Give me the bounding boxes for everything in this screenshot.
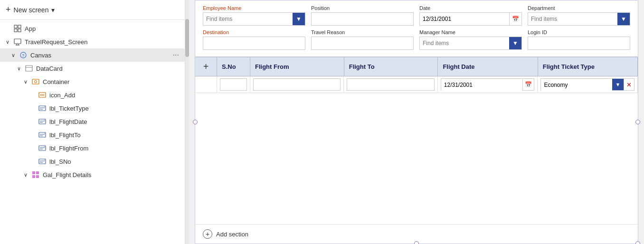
- form-row-2: Destination Travel Reason Manager Name: [203, 29, 630, 50]
- position-label: Position: [311, 5, 414, 11]
- employee-name-input-wrapper[interactable]: ▼: [203, 12, 305, 26]
- lbl-flightto-icon: [38, 131, 47, 139]
- tree-item-lbl-flightdate[interactable]: lbl_FlightDate: [0, 115, 185, 128]
- new-screen-button[interactable]: + New screen ▾: [6, 5, 55, 15]
- table-row: 📅 ▼ ✕: [195, 76, 638, 93]
- travel-reason-input-wrapper[interactable]: [311, 37, 414, 50]
- tree-item-lbl-sno[interactable]: lbl_SNo: [0, 155, 185, 168]
- employee-dropdown-button[interactable]: ▼: [293, 13, 305, 25]
- canvas-frame: Employee Name ▼ Position Date: [195, 0, 638, 244]
- travel-reason-input[interactable]: [312, 37, 413, 49]
- tree-item-container[interactable]: ∨ Container: [0, 75, 185, 88]
- chevron-down-icon: ∨: [24, 79, 30, 85]
- td-sno[interactable]: [217, 76, 250, 93]
- icon-add-icon: [38, 91, 47, 99]
- department-input-wrapper[interactable]: ▼: [528, 12, 630, 26]
- department-input[interactable]: [528, 13, 617, 25]
- td-date-wrapper[interactable]: 📅: [441, 78, 535, 91]
- manager-name-input[interactable]: [420, 37, 509, 49]
- travel-reason-group: Travel Reason: [311, 29, 414, 50]
- date-input-wrapper[interactable]: 📅: [419, 12, 522, 26]
- chevron-down-icon: ∨: [24, 172, 30, 178]
- new-screen-label: New screen: [14, 6, 49, 14]
- tree-item-app[interactable]: App: [0, 22, 185, 35]
- add-section-label: Add section: [216, 231, 248, 238]
- scrollbar-thumb[interactable]: [185, 19, 189, 57]
- date-calendar-button[interactable]: 📅: [509, 13, 521, 25]
- svg-rect-4: [14, 39, 21, 44]
- td-ticket-input[interactable]: [541, 79, 612, 91]
- date-label: Date: [419, 5, 522, 11]
- tree-item-icon-add[interactable]: icon_Add: [0, 88, 185, 102]
- login-id-input-wrapper[interactable]: [528, 37, 630, 50]
- td-ticket-dropdown-button[interactable]: ▼: [612, 79, 624, 90]
- canvas-area: items Employee Name ▼ Position: [189, 0, 644, 244]
- svg-text:?: ?: [22, 53, 25, 58]
- login-id-group: Login ID: [528, 29, 630, 50]
- manager-dropdown-button[interactable]: ▼: [509, 37, 521, 49]
- tree-item-lbl-flightto[interactable]: lbl_FlightTo: [0, 128, 185, 141]
- travel-reason-label: Travel Reason: [311, 29, 414, 35]
- canvas-options-button[interactable]: ···: [171, 51, 181, 59]
- tree-item-lbl-tickettype[interactable]: lbl_TicketType: [0, 102, 185, 115]
- th-flight-ticket-type: Flight Ticket Type: [538, 57, 638, 76]
- svg-rect-2: [14, 29, 17, 32]
- td-calendar-button[interactable]: 📅: [522, 79, 534, 90]
- td-from-input[interactable]: [253, 78, 341, 91]
- chevron-down-icon: ∨: [6, 39, 12, 45]
- scrollbar[interactable]: [185, 0, 189, 244]
- svg-point-16: [42, 94, 43, 96]
- td-to-input[interactable]: [347, 78, 434, 91]
- td-ticket-wrapper[interactable]: ▼ ✕: [540, 78, 635, 91]
- svg-rect-18: [39, 106, 46, 111]
- destination-input-wrapper[interactable]: [203, 37, 305, 50]
- chevron-down-icon: ∨: [11, 52, 18, 58]
- tree-item-datacard[interactable]: ∨ DataCard: [0, 62, 185, 75]
- tree-item-gal-flight[interactable]: ∨ Gal_Flight Details: [0, 168, 185, 181]
- icon-add-label: icon_Add: [49, 92, 181, 99]
- table-section: + S.No Flight From Flight To Flight Date…: [195, 57, 638, 93]
- svg-rect-34: [39, 159, 46, 164]
- td-sno-input[interactable]: [220, 78, 247, 91]
- tree-item-lbl-flightfrom[interactable]: lbl_FlightFrom: [0, 141, 185, 155]
- form-section: Employee Name ▼ Position Date: [195, 0, 638, 57]
- tree-area: App ∨ TravelRequest_Screen ∨ ? Canvas ··…: [0, 20, 185, 244]
- td-date-input[interactable]: [441, 79, 523, 91]
- td-flight-to[interactable]: [344, 76, 437, 93]
- td-flight-from[interactable]: [250, 76, 344, 93]
- login-id-input[interactable]: [528, 37, 630, 49]
- svg-rect-0: [14, 25, 17, 28]
- employee-name-label: Employee Name: [203, 5, 305, 11]
- top-bar: + New screen ▾: [0, 0, 185, 20]
- handle-right[interactable]: [635, 120, 640, 124]
- chevron-down-icon: ▾: [51, 6, 55, 14]
- svg-rect-3: [18, 29, 21, 32]
- td-ticket-type[interactable]: ▼ ✕: [538, 76, 638, 93]
- handle-bottom-center[interactable]: [414, 241, 419, 244]
- manager-name-input-wrapper[interactable]: ▼: [419, 37, 522, 50]
- lbl-tickettype-label: lbl_TicketType: [49, 105, 181, 112]
- date-input[interactable]: [420, 13, 509, 25]
- department-dropdown-button[interactable]: ▼: [617, 13, 630, 25]
- manager-name-group: Manager Name ▼: [419, 29, 522, 50]
- destination-input[interactable]: [203, 37, 305, 49]
- td-flight-date[interactable]: 📅: [438, 76, 538, 93]
- svg-point-13: [35, 81, 37, 83]
- td-ticket-close-button[interactable]: ✕: [624, 79, 634, 90]
- position-input-wrapper[interactable]: [311, 12, 414, 26]
- tree-item-canvas[interactable]: ∨ ? Canvas ···: [0, 48, 185, 62]
- table-add-button[interactable]: +: [195, 57, 217, 76]
- left-panel: + New screen ▾ App ∨ TravelRequest_Scree…: [0, 0, 185, 244]
- svg-rect-12: [32, 79, 39, 84]
- app-icon: [13, 24, 22, 33]
- lbl-flightdate-label: lbl_FlightDate: [49, 118, 181, 125]
- position-input[interactable]: [312, 13, 413, 25]
- handle-left[interactable]: [193, 120, 198, 124]
- th-flight-from: Flight From: [250, 57, 344, 76]
- tree-item-screen[interactable]: ∨ TravelRequest_Screen: [0, 35, 185, 48]
- destination-label: Destination: [203, 29, 305, 35]
- handle-bottom-right[interactable]: [635, 241, 640, 244]
- svg-rect-10: [26, 66, 32, 71]
- employee-name-input[interactable]: [203, 13, 293, 25]
- add-section-bar[interactable]: + Add section: [195, 224, 638, 244]
